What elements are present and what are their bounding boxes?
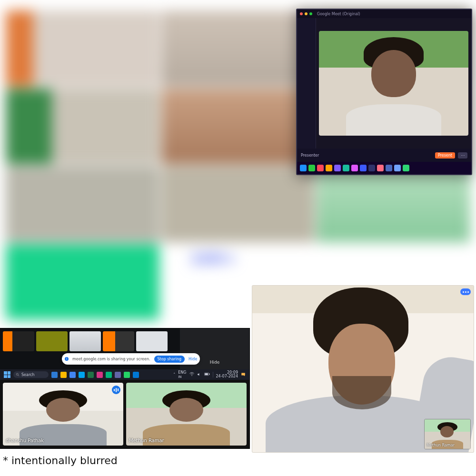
self-video bbox=[319, 31, 468, 136]
maximize-icon[interactable] bbox=[309, 12, 312, 15]
participant-thumb[interactable]: dhanshu Pathak bbox=[3, 383, 123, 446]
language-indicator[interactable]: ENGIN bbox=[178, 370, 186, 379]
screen-share-bar[interactable]: i meet.google.com is sharing your screen… bbox=[62, 353, 200, 365]
participant-tile bbox=[161, 166, 315, 242]
participant-tile bbox=[6, 244, 159, 320]
taskbar-app-icon[interactable] bbox=[124, 372, 130, 378]
participant-tile bbox=[317, 166, 470, 242]
pip-name: Methun Ramar bbox=[426, 443, 455, 447]
close-icon[interactable] bbox=[300, 12, 303, 15]
minimize-icon[interactable] bbox=[305, 12, 307, 15]
search-icon bbox=[16, 373, 20, 377]
more-options-button[interactable] bbox=[460, 288, 471, 295]
windows-taskbar[interactable]: Search ˄ ENGIN 20:09 bbox=[0, 369, 249, 380]
window-title: Google Meet (Original) bbox=[317, 12, 360, 16]
search-placeholder: Search bbox=[21, 373, 34, 377]
taskbar-app-icon[interactable] bbox=[60, 372, 67, 378]
dock-app-icon[interactable] bbox=[386, 165, 392, 171]
slide-thumb[interactable] bbox=[36, 331, 68, 351]
participant-tile bbox=[161, 10, 315, 87]
dock-app-icon[interactable] bbox=[403, 165, 409, 171]
slide-thumb[interactable] bbox=[136, 331, 168, 351]
dock-app-icon[interactable] bbox=[308, 165, 315, 171]
image-caption: * intentionally blurred bbox=[3, 455, 118, 466]
info-icon: i bbox=[65, 357, 69, 361]
svg-rect-4 bbox=[205, 373, 208, 375]
taskbar-app-icon[interactable] bbox=[79, 372, 85, 378]
slide-thumb[interactable] bbox=[103, 331, 134, 351]
window-titlebar[interactable]: Google Meet (Original) bbox=[297, 10, 471, 18]
tray-chevron-icon[interactable]: ˄ bbox=[173, 373, 175, 377]
battery-icon[interactable] bbox=[204, 372, 210, 377]
notifications-icon[interactable] bbox=[241, 372, 246, 377]
participant-thumb[interactable]: Methun Ramar bbox=[126, 383, 247, 446]
volume-icon[interactable] bbox=[197, 372, 201, 377]
wifi-icon[interactable] bbox=[189, 372, 194, 377]
participant-tile bbox=[6, 166, 159, 242]
dock-app-icon[interactable] bbox=[360, 165, 367, 171]
participant-name: dhanshu Pathak bbox=[6, 438, 44, 443]
more-button[interactable]: ⋯ bbox=[458, 152, 467, 159]
floating-meet-window[interactable]: Google Meet (Original) Presenter Present… bbox=[296, 9, 472, 175]
hide-button[interactable]: Hide bbox=[188, 357, 197, 361]
dock-app-icon[interactable] bbox=[351, 165, 358, 171]
svg-rect-5 bbox=[209, 374, 209, 375]
taskbar-app-icon[interactable] bbox=[51, 372, 58, 378]
start-button[interactable] bbox=[4, 371, 10, 378]
taskbar-app-icon[interactable] bbox=[88, 372, 94, 378]
dock-app-icon[interactable] bbox=[343, 165, 349, 171]
taskbar-app-icon[interactable] bbox=[97, 372, 103, 378]
svg-point-0 bbox=[16, 373, 18, 375]
dock-app-icon[interactable] bbox=[377, 165, 384, 171]
macos-dock[interactable] bbox=[297, 162, 471, 174]
participant-tile bbox=[6, 10, 159, 87]
dock-app-icon[interactable] bbox=[394, 165, 401, 171]
taskbar-app-icon[interactable] bbox=[106, 372, 112, 378]
svg-line-1 bbox=[18, 375, 19, 376]
dock-app-icon[interactable] bbox=[326, 165, 332, 171]
meet-window[interactable]: Hide i meet.google.com is sharing your s… bbox=[0, 328, 249, 448]
present-button[interactable]: Present bbox=[435, 152, 455, 159]
dock-app-icon[interactable] bbox=[334, 165, 341, 171]
slide-thumb[interactable] bbox=[69, 331, 101, 351]
taskbar-app-icon[interactable] bbox=[115, 372, 121, 378]
dock-app-icon[interactable] bbox=[300, 165, 307, 171]
svg-point-2 bbox=[191, 376, 192, 376]
participant-tile bbox=[161, 89, 315, 165]
system-clock[interactable]: 20:09 24-07-2024 bbox=[216, 371, 238, 378]
taskbar-app-icon[interactable] bbox=[69, 372, 76, 378]
side-panel bbox=[297, 18, 316, 149]
search-box[interactable]: Search bbox=[13, 371, 49, 378]
shared-screen-area: Hide i meet.google.com is sharing your s… bbox=[0, 328, 249, 369]
presenter-label: Presenter bbox=[301, 153, 319, 158]
dock-app-icon[interactable] bbox=[317, 165, 324, 171]
self-camera-large[interactable]: Methun Ramar bbox=[252, 286, 474, 452]
dock-app-icon[interactable] bbox=[368, 165, 375, 171]
picture-in-picture[interactable]: Methun Ramar bbox=[424, 419, 471, 449]
speaking-indicator-icon bbox=[112, 386, 120, 394]
stop-sharing-button[interactable]: Stop sharing bbox=[154, 356, 185, 363]
camera-panel bbox=[316, 18, 471, 149]
share-text: meet.google.com is sharing your screen. bbox=[72, 357, 150, 361]
slide-thumb[interactable] bbox=[3, 331, 34, 351]
taskbar-app-icon[interactable] bbox=[133, 372, 139, 378]
presenter-bar: Presenter Present ⋯ bbox=[297, 149, 471, 162]
hide-button[interactable]: Hide bbox=[210, 360, 220, 365]
participant-name: Methun Ramar bbox=[129, 438, 164, 443]
participant-thumbs: dhanshu Pathak Methun Ramar bbox=[0, 380, 249, 448]
participant-tile bbox=[6, 89, 159, 165]
